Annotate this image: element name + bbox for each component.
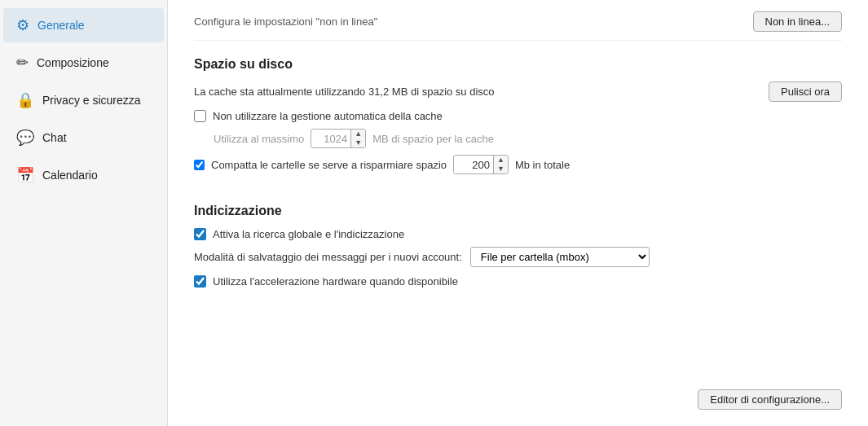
- compact-row: Compatta le cartelle se serve a risparmi…: [194, 155, 842, 174]
- accel-checkbox[interactable]: [194, 275, 206, 288]
- sidebar-label-privacy: Privacy e sicurezza: [42, 94, 141, 107]
- no-auto-cache-checkbox[interactable]: [194, 110, 206, 122]
- max-cache-down-button[interactable]: ▼: [351, 138, 365, 147]
- sidebar: ⚙ Generale ✏ Composizione 🔒 Privacy e si…: [0, 0, 168, 426]
- global-search-label: Attiva la ricerca globale e l'indicizzaz…: [213, 228, 404, 240]
- max-cache-input[interactable]: [311, 131, 350, 147]
- not-online-button[interactable]: Non in linea...: [753, 11, 843, 32]
- footer: Editor di configurazione...: [194, 380, 842, 410]
- sidebar-item-chat[interactable]: 💬 Chat: [3, 121, 164, 155]
- compact-unit-label: Mb in totale: [515, 159, 570, 171]
- save-mode-select[interactable]: File per cartella (mbox) Un file per mes…: [470, 247, 650, 267]
- disk-section: Spazio su disco La cache sta attualmente…: [194, 54, 842, 181]
- max-cache-spinbox-buttons: ▲ ▼: [350, 130, 365, 147]
- compact-spinbox[interactable]: ▲ ▼: [453, 155, 509, 174]
- accel-row: Utilizza l'accelerazione hardware quando…: [194, 275, 842, 288]
- gear-icon: ⚙: [16, 16, 29, 34]
- calendar-icon: 📅: [16, 166, 34, 184]
- compact-up-button[interactable]: ▲: [494, 156, 508, 165]
- max-cache-up-button[interactable]: ▲: [351, 130, 365, 138]
- index-section-title: Indicizzazione: [194, 204, 842, 218]
- topbar: Configura le impostazioni "non in linea"…: [194, 0, 842, 41]
- no-auto-cache-row: Non utilizzare la gestione automatica de…: [194, 110, 842, 122]
- sidebar-label-generale: Generale: [37, 19, 85, 32]
- no-auto-cache-label: Non utilizzare la gestione automatica de…: [213, 110, 443, 122]
- cache-desc-text: La cache sta attualmente utilizzando 31,…: [194, 86, 495, 98]
- save-mode-label: Modalità di salvataggio dei messaggi per…: [194, 251, 462, 263]
- max-label: Utilizza al massimo: [214, 133, 304, 145]
- accel-label: Utilizza l'accelerazione hardware quando…: [213, 275, 458, 288]
- sidebar-item-calendario[interactable]: 📅 Calendario: [3, 158, 164, 192]
- pencil-icon: ✏: [16, 54, 29, 72]
- sidebar-item-generale[interactable]: ⚙ Generale: [3, 8, 164, 42]
- sidebar-label-calendario: Calendario: [42, 169, 98, 182]
- save-mode-row: Modalità di salvataggio dei messaggi per…: [194, 247, 842, 267]
- sidebar-label-chat: Chat: [42, 131, 67, 144]
- disk-section-title: Spazio su disco: [194, 57, 842, 72]
- topbar-text: Configura le impostazioni "non in linea": [194, 15, 377, 28]
- max-unit-label: MB di spazio per la cache: [372, 133, 494, 145]
- cache-desc-row: La cache sta attualmente utilizzando 31,…: [194, 81, 842, 102]
- chat-icon: 💬: [16, 129, 34, 147]
- sidebar-label-composizione: Composizione: [37, 56, 109, 69]
- compact-checkbox[interactable]: [194, 160, 205, 170]
- index-section: Indicizzazione Attiva la ricerca globale…: [194, 200, 842, 294]
- lock-icon: 🔒: [16, 91, 34, 109]
- sidebar-item-composizione[interactable]: ✏ Composizione: [3, 46, 164, 80]
- compact-input[interactable]: [454, 157, 493, 173]
- global-search-checkbox[interactable]: [194, 228, 206, 240]
- clean-now-button[interactable]: Pulisci ora: [769, 81, 842, 102]
- global-search-row: Attiva la ricerca globale e l'indicizzaz…: [194, 228, 842, 240]
- max-cache-spinbox[interactable]: ▲ ▼: [311, 129, 366, 148]
- sidebar-item-privacy[interactable]: 🔒 Privacy e sicurezza: [3, 83, 164, 117]
- config-editor-button[interactable]: Editor di configurazione...: [698, 389, 842, 410]
- main-content: Configura le impostazioni "non in linea"…: [168, 0, 868, 426]
- compact-label-pre: Compatta le cartelle se serve a risparmi…: [211, 159, 447, 171]
- max-cache-row: Utilizza al massimo ▲ ▼ MB di spazio per…: [214, 129, 842, 148]
- compact-down-button[interactable]: ▼: [494, 165, 508, 173]
- compact-spinbox-buttons: ▲ ▼: [493, 156, 508, 173]
